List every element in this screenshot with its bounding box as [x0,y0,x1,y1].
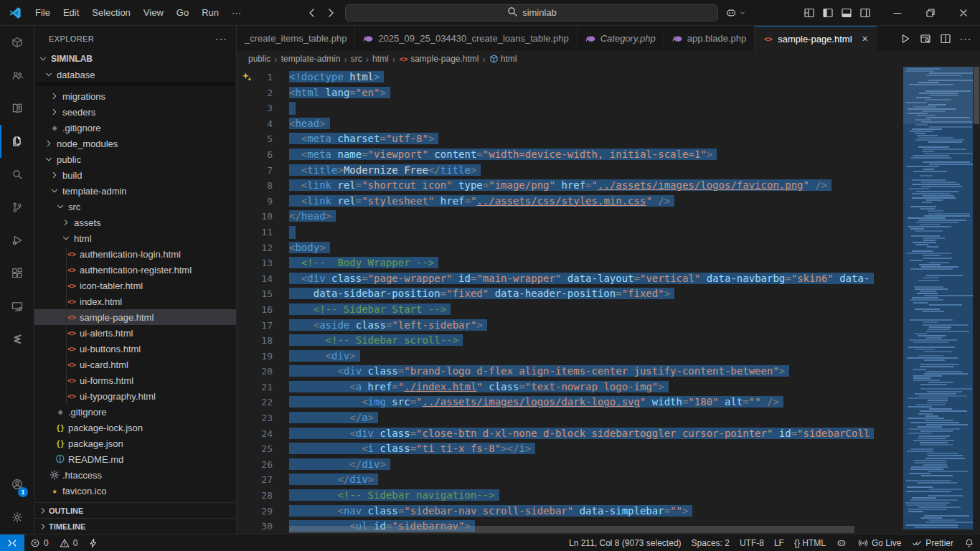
activitybar-extensions-icon[interactable] [0,257,34,290]
code-line-2[interactable]: 2<html lang="en"> [237,85,903,101]
code-line-12[interactable]: 12<body> [237,240,903,256]
breadcrumb-item[interactable]: public [248,54,270,64]
back-arrow-icon[interactable] [305,6,319,20]
breadcrumb-item[interactable]: html [372,54,389,64]
tree-item-sample-page.html[interactable]: <>sample-page.html [34,309,236,325]
more-actions-icon[interactable]: ··· [960,33,971,44]
activitybar-container-icon[interactable] [0,26,34,59]
code-line-22[interactable]: 22 <img src="../assets/images/logos/dark… [237,395,903,410]
status-prettier[interactable]: Prettier [906,534,958,551]
code-line-9[interactable]: 9 <link rel="stylesheet" href="../assets… [237,194,903,209]
tree-item-ui-alerts.html[interactable]: <>ui-alerts.html [34,325,236,341]
tab-category.php[interactable]: Category.php [578,26,664,51]
tree-item-readme.md[interactable]: ⓘREADME.md [34,451,236,467]
code-line-24[interactable]: 24 <div class="close-btn d-xl-none d-blo… [237,426,903,442]
restore-button[interactable] [914,0,947,25]
activitybar-remote-explorer-icon[interactable] [0,290,34,323]
tree-item-.gitignore[interactable]: ◈.gitignore [34,404,236,420]
code-editor[interactable]: 1<!doctype html>2<html lang="en">34<head… [237,67,980,534]
tree-item-ui-card.html[interactable]: <>ui-card.html [34,357,236,372]
status-eol[interactable]: LF [769,534,789,551]
tree-item-node_modules[interactable]: node_modules [34,136,236,151]
status-notifications[interactable] [958,534,980,551]
breadcrumb-item[interactable]: template-admin [281,54,341,64]
activitybar-source-control-icon[interactable] [0,191,34,224]
code-line-27[interactable]: 27 </div> [237,472,903,488]
code-line-7[interactable]: 7 <title>Modernize Free</title> [237,163,903,179]
tree-item-icon-tabler.html[interactable]: <>icon-tabler.html [34,278,236,293]
code-line-19[interactable]: 19 <div> [237,349,903,364]
tree-item-authentication-register.html[interactable]: <>authentication-register.html [34,262,236,278]
menu-file[interactable]: File [29,0,57,25]
minimap[interactable] [903,67,973,534]
code-line-25[interactable]: 25 <i class="ti ti-x fs-8"></i> [237,441,903,457]
search-input[interactable]: siminlab [345,4,718,22]
breadcrumb-item[interactable]: src [351,54,362,64]
split-editor-icon[interactable] [940,33,951,44]
horizontal-scrollbar[interactable] [289,526,903,533]
forward-arrow-icon[interactable] [324,6,338,20]
tree-item-authentication-login.html[interactable]: <>authentication-login.html [34,246,236,262]
code-line-10[interactable]: 10</head> [237,209,903,225]
status-indentation[interactable]: Spaces: 2 [687,534,735,551]
code-line-17[interactable]: 17 <aside class="left-sidebar"> [237,318,903,334]
section-timeline[interactable]: TIMELINE [34,518,236,534]
tree-item-src[interactable]: src [34,199,236,215]
code-line-8[interactable]: 8 <link rel="shortcut icon" type="image/… [237,178,903,194]
activitybar-s-logo-icon[interactable] [0,323,34,356]
breadcrumb-item[interactable]: html [489,54,517,64]
code-line-16[interactable]: 16 <!-- Sidebar Start --> [237,302,903,318]
menu-run[interactable]: Run [195,0,225,25]
status-go-live[interactable]: Go Live [852,534,906,551]
preview-icon[interactable] [920,33,931,44]
tree-item-html[interactable]: html [34,230,236,246]
menu-edit[interactable]: Edit [57,0,85,25]
menu-[interactable]: ··· [225,0,248,25]
code-line-21[interactable]: 21 <a href="./index.html" class="text-no… [237,380,903,395]
code-line-18[interactable]: 18 <!-- Sidebar scroll--> [237,333,903,349]
tree-item-favicon.ico[interactable]: ★favicon.ico [34,483,236,499]
tree-item-migrations[interactable]: migrations [34,88,236,104]
code-line-13[interactable]: 13 <!-- Body Wrapper --> [237,255,903,271]
tree-item-siminlab[interactable]: SIMINLAB [34,51,236,67]
tree-item-database[interactable]: database [34,67,236,83]
activitybar-book-icon[interactable] [0,92,34,125]
tree-item-build[interactable]: build [34,167,236,183]
panel-bottom-icon[interactable] [841,7,852,19]
tab-2025_09_25_034430_create_loans_table.php[interactable]: 2025_09_25_034430_create_loans_table.php [355,26,577,51]
menu-view[interactable]: View [137,0,170,25]
close-window-button[interactable] [947,0,980,25]
code-line-28[interactable]: 28 <!-- Sidebar navigation--> [237,488,903,504]
status-remote-indicator[interactable] [0,534,24,551]
tab-sample-page.html[interactable]: <>sample-page.html× [755,26,877,51]
code-line-11[interactable]: 11 [237,225,903,240]
activitybar-debug-icon[interactable] [0,224,34,257]
tab-app.blade.php[interactable]: app.blade.php [664,26,755,51]
activitybar-explorer-icon[interactable] [0,125,34,158]
menu-selection[interactable]: Selection [85,0,136,25]
activitybar-people-icon[interactable] [0,59,34,92]
run-icon[interactable] [900,33,911,44]
tree-item-index.html[interactable]: <>index.html [34,293,236,309]
code-line-1[interactable]: 1<!doctype html> [237,70,903,85]
status-errors-count[interactable]: 0 [24,534,54,551]
breadcrumb[interactable]: public›template-admin›src›html›<>sample-… [237,51,980,67]
code-line-6[interactable]: 6 <meta name="viewport" content="width=d… [237,147,903,163]
minimize-button[interactable] [881,0,914,25]
code-line-23[interactable]: 23 </a> [237,410,903,426]
section-outline[interactable]: OUTLINE [34,502,236,518]
status-warnings-count[interactable]: 0 [54,534,83,551]
panel-right-icon[interactable] [859,7,871,19]
status-cursor-position[interactable]: Ln 211, Col 8 (9073 selected) [564,534,687,551]
copilot-icon[interactable] [725,7,737,19]
status-language-mode[interactable]: {} HTML [789,534,831,551]
activitybar-settings-gear-icon[interactable] [0,501,34,534]
status-copilot-status[interactable] [831,534,852,551]
tree-item-ui-forms.html[interactable]: <>ui-forms.html [34,372,236,388]
activitybar-account-icon[interactable]: 1 [0,468,34,501]
tree-item-ui-typography.html[interactable]: <>ui-typography.html [34,388,236,404]
tree-item-template-admin[interactable]: template-admin [34,183,236,199]
layout-grid-icon[interactable] [804,7,815,19]
code-line-5[interactable]: 5 <meta charset="utf-8"> [237,131,903,147]
code-line-3[interactable]: 3 [237,100,903,116]
